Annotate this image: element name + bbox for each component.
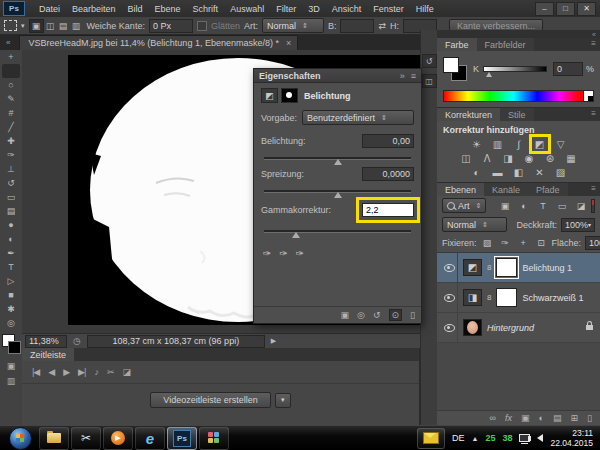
taskbar-media-player-button[interactable]: ▶ xyxy=(103,427,133,450)
reset-adjustment-button[interactable]: ↺ xyxy=(373,310,381,320)
active-tool-icon[interactable] xyxy=(4,20,17,31)
curves-icon[interactable]: ∫ xyxy=(512,138,526,150)
delete-layer-button[interactable]: ▯ xyxy=(587,413,592,423)
rectangular-marquee-tool[interactable] xyxy=(2,64,20,78)
clone-stamp-tool[interactable]: ⊥ xyxy=(2,162,20,176)
pen-tool[interactable]: ✒ xyxy=(2,246,20,260)
slider-thumb[interactable] xyxy=(292,232,300,238)
menu-ansicht[interactable]: Ansicht xyxy=(326,2,368,16)
blend-mode-dropdown[interactable]: Normal ⇕ xyxy=(442,217,507,232)
menu-bearbeiten[interactable]: Bearbeiten xyxy=(66,2,122,16)
background-color-swatch[interactable] xyxy=(8,341,21,354)
layer-mask-thumbnail[interactable] xyxy=(496,258,517,277)
restore-button[interactable]: □ xyxy=(556,2,575,16)
tool-preset-arrow-icon[interactable]: ▾ xyxy=(21,22,25,30)
close-button[interactable]: ✕ xyxy=(577,2,596,16)
offset-input[interactable]: 0,0000 xyxy=(362,167,414,181)
menu-schrift[interactable]: Schrift xyxy=(187,2,225,16)
gamma-input[interactable]: 2,2 xyxy=(362,203,414,217)
feather-input[interactable]: 0 Px xyxy=(149,19,193,33)
selective-color-icon[interactable]: ✕ xyxy=(533,166,547,178)
tab-farbe[interactable]: Farbe xyxy=(437,38,477,51)
threshold-icon[interactable]: ◧ xyxy=(512,166,526,178)
gradient-tool[interactable]: ▤ xyxy=(2,204,20,218)
new-adjustment-layer-button[interactable]: ◐ xyxy=(539,413,544,423)
menu-3d[interactable]: 3D xyxy=(302,2,326,16)
tab-close-icon[interactable]: × xyxy=(286,38,291,48)
layer-row-hintergrund[interactable]: Hintergrund xyxy=(437,313,600,343)
filter-adjustment-layers-icon[interactable]: ◐ xyxy=(517,200,530,211)
audio-mute-button[interactable]: ♪ xyxy=(94,367,98,377)
panel-menu-icon[interactable]: ≡ xyxy=(587,38,600,51)
path-selection-tool[interactable]: ▷ xyxy=(2,274,20,288)
layer-filter-dropdown[interactable]: Art ⇕ xyxy=(442,198,486,213)
shape-tool[interactable]: ■ xyxy=(2,288,20,302)
split-clip-button[interactable]: ✂ xyxy=(107,367,114,377)
tray-mail-button[interactable] xyxy=(417,428,445,449)
panel-menu-icon[interactable]: ≡ xyxy=(587,183,600,196)
layer-name[interactable]: Belichtung 1 xyxy=(522,263,572,273)
document-tab[interactable]: VSBreeHeadM.jpg bei 11,4% (Belichtung 1,… xyxy=(19,35,298,50)
layer-name[interactable]: Hintergrund xyxy=(487,323,534,333)
history-brush-tool[interactable]: ↺ xyxy=(2,176,20,190)
vibrance-icon[interactable]: ▽ xyxy=(554,138,568,150)
play-button[interactable]: ▶ xyxy=(63,367,69,377)
slider-thumb[interactable] xyxy=(334,159,342,165)
color-spectrum-ramp[interactable] xyxy=(443,90,584,102)
gray-point-eyedropper[interactable]: ✑ xyxy=(279,248,287,259)
view-previous-state-button[interactable]: ◎ xyxy=(357,310,365,320)
taskbar-photo-app-button[interactable] xyxy=(199,427,229,450)
crop-tool[interactable]: # xyxy=(2,106,20,120)
black-point-eyedropper[interactable]: ✑ xyxy=(263,248,271,259)
type-tool[interactable]: T xyxy=(2,260,20,274)
eigenschaften-panel-icon[interactable]: ◫ xyxy=(422,74,437,88)
tab-kanaele[interactable]: Kanäle xyxy=(484,183,528,196)
tab-korrekturen[interactable]: Korrekturen xyxy=(437,108,500,121)
properties-panel-header[interactable]: Eigenschaften » ≡ xyxy=(254,69,421,83)
width-input[interactable] xyxy=(340,19,374,33)
new-layer-button[interactable]: ⊞ xyxy=(571,413,579,423)
antialias-checkbox[interactable] xyxy=(197,21,207,31)
link-layers-button[interactable]: ∞ xyxy=(490,413,496,423)
create-video-timeline-button[interactable]: Videozeitleiste erstellen xyxy=(150,392,270,408)
slider-thumb[interactable] xyxy=(334,192,342,198)
exposure-layer-thumbnail[interactable]: ◩ xyxy=(463,259,482,276)
filter-toggle-switch[interactable] xyxy=(591,199,595,213)
hue-saturation-icon[interactable]: ◫ xyxy=(459,152,473,164)
zoom-tool[interactable]: ◎ xyxy=(2,316,20,330)
minimize-button[interactable]: – xyxy=(535,2,554,16)
menu-bild[interactable]: Bild xyxy=(122,2,149,16)
tab-ebenen[interactable]: Ebenen xyxy=(437,183,484,196)
menu-datei[interactable]: Datei xyxy=(33,2,66,16)
dock-collapse-chevrons-icon[interactable]: « xyxy=(592,31,596,38)
tab-stile[interactable]: Stile xyxy=(500,108,534,121)
spectrum-bw-swatch[interactable] xyxy=(584,90,594,102)
panel-menu-icon[interactable]: ≡ xyxy=(587,108,600,121)
hand-tool[interactable]: ✱ xyxy=(2,302,20,316)
eraser-tool[interactable]: ▭ xyxy=(2,190,20,204)
tab-pfade[interactable]: Pfade xyxy=(528,183,568,196)
brush-tool[interactable]: ✑ xyxy=(2,148,20,162)
panel-menu-icon[interactable]: ≡ xyxy=(411,71,416,81)
dodge-tool[interactable]: ◐ xyxy=(2,232,20,246)
layer-mask-thumbnail[interactable] xyxy=(496,288,517,307)
lasso-tool[interactable]: ○ xyxy=(2,78,20,92)
tab-zeitleiste[interactable]: Zeitleiste xyxy=(22,348,74,361)
filter-pixel-layers-icon[interactable]: ▣ xyxy=(498,200,511,211)
toolbar-collapse-chevrons-icon[interactable]: « xyxy=(0,38,19,50)
blur-tool[interactable]: ● xyxy=(2,218,20,232)
taskbar-explorer-button[interactable] xyxy=(39,427,69,450)
taskbar-clock[interactable]: 23:11 22.04.2015 xyxy=(550,428,593,448)
channel-mixer-icon[interactable]: ⊛ xyxy=(543,152,557,164)
layer-visibility-toggle[interactable] xyxy=(441,313,458,342)
levels-icon[interactable]: ▥ xyxy=(491,138,505,150)
taskbar-photoshop-button[interactable]: Ps xyxy=(167,427,197,450)
zoom-level-input[interactable]: 11,38% xyxy=(25,335,67,348)
panel-collapse-icon[interactable]: » xyxy=(400,71,405,81)
offset-slider[interactable] xyxy=(264,190,411,193)
menu-fenster[interactable]: Fenster xyxy=(367,2,410,16)
layer-style-button[interactable]: fx xyxy=(505,413,512,423)
add-to-selection-mode[interactable]: ◫ xyxy=(44,20,57,32)
opacity-dropdown[interactable]: 100% ▾ xyxy=(561,218,595,232)
fill-dropdown[interactable]: 100% ▾ xyxy=(585,236,600,250)
